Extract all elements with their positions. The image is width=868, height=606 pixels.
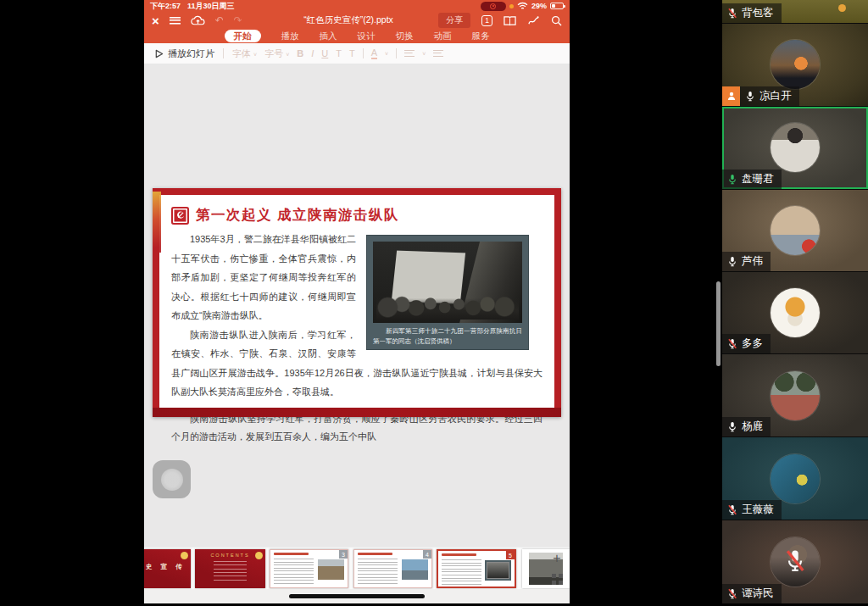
host-badge-icon xyxy=(722,86,740,106)
slide-number-badge: 3 xyxy=(339,550,348,559)
italic-button[interactable]: I xyxy=(311,48,314,58)
list-button[interactable] xyxy=(433,50,443,58)
bold-button[interactable]: B xyxy=(297,48,303,58)
tab-insert[interactable]: 插入 xyxy=(320,30,337,42)
ribbon-tabs: 开始 播放 插入 设计 切换 动画 服务 xyxy=(144,29,570,43)
slide-thumbnail-5-selected[interactable]: 5 xyxy=(437,549,516,588)
participant-tile[interactable]: 王薇薇 xyxy=(722,437,868,520)
mic-on-icon xyxy=(727,421,737,432)
menu-icon[interactable] xyxy=(170,17,181,25)
avatar xyxy=(771,454,820,503)
mic-muted-icon xyxy=(727,588,737,599)
sidebar-scrollbar[interactable] xyxy=(716,281,721,366)
participant-tile[interactable]: 背包客 xyxy=(722,0,868,23)
app-title-bar: × ↶ ↷ “红色历史宣传”(2).pptx 分享 1 xyxy=(144,12,570,29)
participant-tile[interactable]: 多多 xyxy=(722,272,868,354)
slide-thumbnail-1[interactable]: 史 宣 传 xyxy=(144,549,191,588)
search-icon[interactable] xyxy=(551,15,562,26)
read-mode-icon[interactable] xyxy=(504,15,516,26)
format-toolbar: 播放幻灯片 字体 ˅ 字号 ˅ B I U T T A ˅ ˅ xyxy=(144,43,570,64)
tab-service[interactable]: 服务 xyxy=(472,30,490,42)
participant-name: 多多 xyxy=(742,336,763,351)
party-emblem-icon xyxy=(171,207,189,225)
slide-number-badge: 4 xyxy=(423,550,431,559)
photo-caption: 新四军第三师十旅二十九团一营部分原陕南抗日第一军的同志（沈启贤供稿） xyxy=(373,326,522,346)
participant-nameplate: 凉白开 xyxy=(722,86,799,106)
slide-photo-frame[interactable]: 新四军第三师十旅二十九团一营部分原陕南抗日第一军的同志（沈启贤供稿） xyxy=(366,235,529,350)
play-icon xyxy=(154,49,164,58)
participant-name: 王薇薇 xyxy=(742,503,774,517)
laser-pen-icon[interactable] xyxy=(527,15,540,26)
tab-animation[interactable]: 动画 xyxy=(434,30,452,42)
tab-transition[interactable]: 切换 xyxy=(396,30,414,42)
tab-home[interactable]: 开始 xyxy=(225,30,261,43)
status-time: 下午2:57 xyxy=(150,1,181,12)
participants-sidebar: 背包客 凉白开 盘珊君 xyxy=(722,0,868,603)
participant-tile-active-speaker[interactable]: 盘珊君 xyxy=(722,107,868,189)
participant-nameplate: 王薇薇 xyxy=(722,500,782,520)
editor-canvas: 第一次起义 成立陕南游击纵队 新四军第三师十旅二十九团一营部分原陕南抗日第一军的… xyxy=(144,64,570,547)
participant-nameplate: 盘珊君 xyxy=(722,170,782,189)
participant-name: 凉白开 xyxy=(760,89,792,103)
cloud-upload-icon[interactable] xyxy=(191,15,205,26)
participant-tile[interactable]: 芦伟 xyxy=(722,190,868,271)
tab-design[interactable]: 设计 xyxy=(358,30,376,42)
slide[interactable]: 第一次起义 成立陕南游击纵队 新四军第三师十旅二十九团一营部分原陕南抗日第一军的… xyxy=(153,188,561,417)
emblem-decoration xyxy=(255,552,263,559)
participant-name: 杨鹿 xyxy=(742,420,763,434)
text-effect-button[interactable]: T xyxy=(336,48,342,58)
slide-thumbnail-3[interactable]: 3 xyxy=(270,549,348,588)
assistive-touch-button[interactable] xyxy=(153,460,191,498)
home-indicator[interactable] xyxy=(289,594,425,598)
participant-tile[interactable]: 凉白开 xyxy=(722,24,868,106)
undo-icon[interactable]: ↶ xyxy=(215,14,224,26)
play-slideshow-button[interactable]: 播放幻灯片 xyxy=(154,47,214,60)
participant-name: 芦伟 xyxy=(742,254,763,269)
font-color-button[interactable]: A xyxy=(371,47,377,59)
align-caret[interactable]: ˅ xyxy=(422,51,426,57)
tablet-screen: 下午2:57 11月30日周三 29% × ↶ ↷ “红色历史宣传”(2).pp… xyxy=(144,0,570,603)
page-number-icon[interactable]: 1 xyxy=(481,15,492,26)
battery-icon xyxy=(550,3,564,9)
flag-decoration xyxy=(153,192,161,253)
status-date: 11月30日周三 xyxy=(187,1,235,12)
participant-tile[interactable]: 杨鹿 xyxy=(722,354,868,436)
slide-thumbnail-4[interactable]: 4 xyxy=(353,549,432,588)
slide-thumbnail-2[interactable]: CONTENTS xyxy=(195,549,265,588)
screen-recording-indicator[interactable] xyxy=(481,2,506,11)
redo-icon[interactable]: ↷ xyxy=(234,14,242,26)
historical-photo xyxy=(373,242,522,323)
mic-on-icon xyxy=(727,256,737,267)
mic-muted-overlay-icon xyxy=(784,549,806,573)
screen: 下午2:57 11月30日周三 29% × ↶ ↷ “红色历史宣传”(2).pp… xyxy=(0,0,868,606)
share-button[interactable]: 分享 xyxy=(438,13,470,28)
participant-nameplate: 芦伟 xyxy=(722,252,771,271)
font-size-select[interactable]: 字号 ˅ xyxy=(264,47,289,60)
participant-name: 谭诗民 xyxy=(742,587,774,601)
text-effect2-button[interactable]: T xyxy=(349,48,355,58)
slide-sorter-icon[interactable] xyxy=(552,574,563,585)
mic-muted-icon xyxy=(727,8,737,19)
slide-bottom-band xyxy=(153,408,561,417)
align-button[interactable] xyxy=(404,50,415,58)
slide-title: 第一次起义 成立陕南游击纵队 xyxy=(196,206,399,225)
record-icon xyxy=(490,3,496,9)
participant-nameplate: 多多 xyxy=(722,334,771,353)
underline-button[interactable]: U xyxy=(321,48,328,58)
avatar xyxy=(771,288,820,337)
avatar xyxy=(771,40,820,89)
add-slide-button[interactable]: + xyxy=(549,551,565,566)
document-title: “红色历史宣传”(2).pptx xyxy=(279,14,418,26)
participant-name: 盘珊君 xyxy=(742,172,774,186)
avatar xyxy=(771,123,820,172)
tab-play[interactable]: 播放 xyxy=(281,30,299,42)
home-strip xyxy=(144,589,570,603)
avatar xyxy=(771,371,820,420)
font-family-select[interactable]: 字体 ˅ xyxy=(232,47,257,60)
mic-speaking-icon xyxy=(727,174,737,185)
close-icon[interactable]: × xyxy=(152,14,159,27)
font-color-caret[interactable]: ˅ xyxy=(385,51,388,57)
emblem-decoration xyxy=(181,552,188,559)
participant-tile[interactable]: 谭诗民 xyxy=(722,520,868,603)
mic-muted-icon xyxy=(727,338,737,349)
